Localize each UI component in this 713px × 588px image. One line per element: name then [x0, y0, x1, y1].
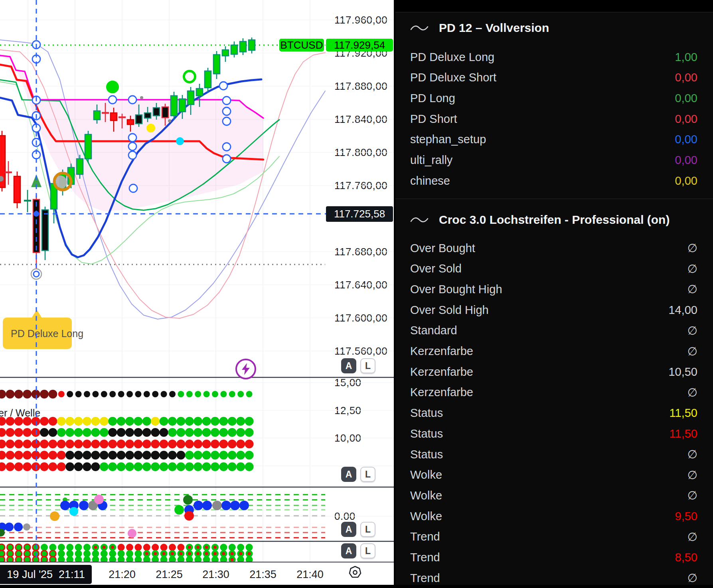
time-axis-label: 21:35 [249, 568, 277, 581]
croc-indicator-header[interactable]: Croc 3.0 Lochstreifen - Professional (on… [410, 209, 697, 230]
indicator-row: Standard∅ [410, 320, 697, 341]
indicator-row: Status11,50 [410, 403, 697, 424]
panel-separator [395, 199, 713, 199]
auto-button[interactable]: A [341, 522, 356, 537]
auto-button[interactable]: A [341, 358, 356, 373]
indicator-row-label: Kerzenfarbe [410, 365, 473, 379]
indicator-row-label: Over Bought [410, 242, 475, 255]
indicator-row-label: ulti_rally [410, 154, 452, 167]
pd-indicator-header[interactable]: PD 12 – Vollversion [410, 18, 697, 38]
indicator-row: PD Deluxe Short0,00 [410, 67, 697, 88]
indicator-row-label: Trend [410, 551, 440, 564]
auto-button[interactable]: A [341, 543, 356, 558]
candle [0, 131, 5, 191]
indicator-row-value: ∅ [687, 262, 697, 276]
indicator-row: Over Sold High14,00 [410, 300, 697, 320]
indicator-row-label: Trend [410, 572, 440, 585]
crosshair-price-badge: 117.725,58 [326, 206, 393, 222]
time-axis-label: 21:30 [202, 568, 229, 581]
candle [205, 68, 211, 93]
time-axis-label: 21:40 [296, 568, 324, 581]
indicator-row: Wolke∅ [410, 465, 697, 485]
indicator-row-value: 0,00 [675, 154, 697, 167]
indicator-row-value: ∅ [687, 345, 697, 358]
indicator-row: PD Long0,00 [410, 88, 697, 109]
lightning-icon [241, 363, 251, 375]
candle [5, 161, 12, 185]
wave-icon [410, 215, 429, 225]
indicator-row-value: 11,50 [670, 406, 697, 420]
indicator-row-label: PD Short [410, 112, 457, 126]
symbol-badge: BTCUSD [279, 39, 324, 51]
log-scale-button[interactable]: L [360, 543, 375, 558]
candle [231, 41, 237, 57]
indicator-row-label: Status [410, 448, 443, 461]
indicator-row-value: 0,00 [675, 112, 697, 126]
pd-indicator-title: PD 12 – Vollversion [439, 21, 549, 35]
last-price-badge: 117.929,54 [326, 39, 393, 51]
indicator-row: Status∅ [410, 444, 697, 465]
indicator-row: Trend∅ [410, 527, 697, 547]
indicator-row: stephan_setup0,00 [410, 129, 697, 150]
wave-icon [410, 23, 429, 33]
auto-button[interactable]: A [341, 467, 356, 482]
chart-region[interactable]: 117.960,00117.920,00117.880,00117.840,00… [0, 0, 394, 588]
indicator-row: Over Bought High∅ [410, 279, 697, 300]
settings-icon[interactable] [347, 564, 363, 580]
indicator-row-label: PD Long [410, 92, 455, 105]
indicator-row-value: ∅ [687, 324, 697, 337]
tooltip-text: PD Deluxe Long [11, 328, 83, 339]
indicator-row: Over Bought∅ [410, 238, 697, 258]
indicator-row: Trend8,50 [410, 547, 697, 568]
indicator-row-value: 8,50 [675, 551, 697, 564]
indicator-row-value: 0,00 [675, 133, 697, 146]
indicator-row-value: ∅ [687, 489, 697, 502]
candle [14, 172, 20, 208]
indicator-row-label: Over Bought High [410, 283, 502, 296]
crosshair-time-badge: 19 Jul '25 21:11 [0, 565, 92, 584]
croc-indicator-title: Croc 3.0 Lochstreifen - Professional (on… [439, 213, 670, 227]
indicator-row-value: ∅ [687, 386, 697, 399]
chart-canvas[interactable]: er / WellePD Deluxe Long [0, 0, 394, 564]
candle [24, 190, 31, 212]
indicator-row-label: PD Deluxe Long [410, 51, 494, 64]
indicator-row-label: Kerzenfarbe [410, 345, 473, 358]
indicator-row-label: Trend [410, 530, 440, 543]
indicator-row-value: 11,50 [670, 427, 697, 440]
indicator-row: Kerzenfarbe10,50 [410, 361, 697, 382]
candle [85, 131, 91, 163]
indicator-row-value: 9,50 [675, 510, 697, 523]
candle [213, 51, 220, 79]
indicator-row-value: 1,00 [675, 51, 697, 64]
indicator-row-label: Kerzenfarbe [410, 386, 473, 399]
indicator-row: PD Deluxe Long1,00 [410, 47, 697, 67]
indicator-row-value: 14,00 [668, 304, 697, 317]
indicator-panel[interactable]: PD 12 – Vollversion PD Deluxe Long1,00PD… [394, 0, 713, 588]
indicator-row-value: ∅ [687, 282, 697, 296]
time-axis[interactable]: 19 Jul '25 21:11 21:2021:2521:3021:3521:… [0, 562, 394, 588]
lightning-button[interactable] [235, 359, 256, 379]
indicator-row: Status11,50 [410, 423, 697, 444]
indicator-row-value: 0,00 [675, 174, 697, 187]
indicator-row-value: ∅ [687, 530, 697, 544]
log-scale-button[interactable]: L [360, 522, 375, 537]
time-axis-label: 21:20 [109, 568, 136, 581]
indicator-row: Kerzenfarbe∅ [410, 382, 697, 403]
candle [171, 92, 177, 120]
indicator-row-label: Wolke [410, 510, 442, 523]
indicator-row-value: 10,50 [668, 365, 697, 379]
indicator-row-value: ∅ [687, 468, 697, 482]
time-axis-label: 21:25 [156, 568, 183, 581]
indicator-row-label: stephan_setup [410, 133, 486, 146]
indicator-row-value: ∅ [687, 241, 697, 255]
indicator-row-label: chinese [410, 174, 450, 187]
trading-app: 117.960,00117.920,00117.880,00117.840,00… [0, 0, 713, 588]
log-scale-button[interactable]: L [360, 358, 375, 373]
indicator-row: ulti_rally0,00 [410, 150, 697, 171]
bottom-bar [0, 585, 713, 588]
indicator-row-label: Wolke [410, 489, 442, 502]
indicator-row: Over Sold∅ [410, 258, 697, 279]
tooltip: PD Deluxe Long [3, 310, 83, 349]
log-scale-button[interactable]: L [360, 467, 375, 482]
indicator-row-label: PD Deluxe Short [410, 71, 496, 84]
